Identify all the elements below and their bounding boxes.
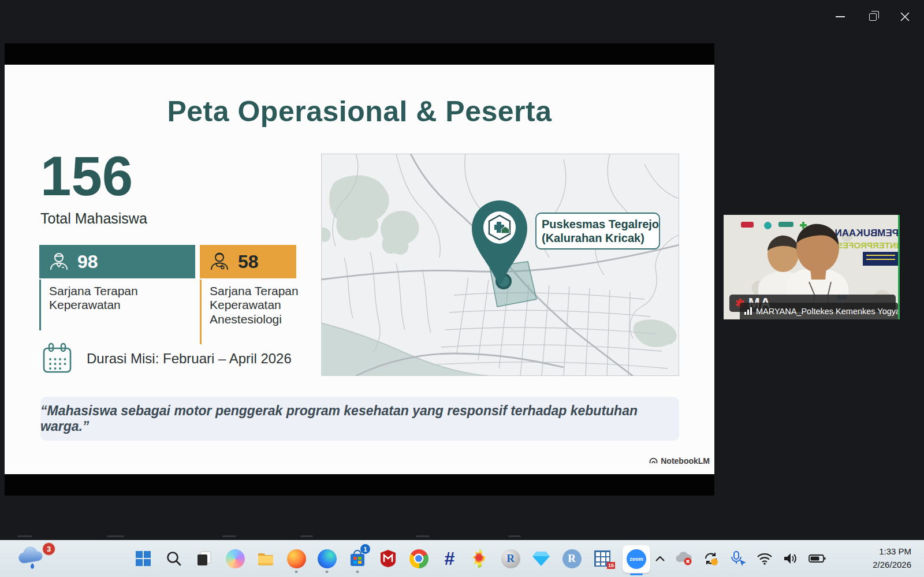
edge-button[interactable] [315, 544, 338, 574]
running-indicator [356, 571, 359, 573]
taskbar-app-icons: 1 # [132, 544, 651, 574]
duration-text: Durasi Misi: Februari – April 2026 [87, 351, 292, 367]
map-pin-label: Puskesmas Tegalrejo (Kalurahan Kricak) [536, 213, 660, 249]
rstudio-button[interactable]: R [499, 544, 522, 574]
firefox-button[interactable] [285, 544, 308, 574]
r-circle-app-button[interactable]: R [560, 544, 583, 574]
doctor-icon [208, 250, 231, 273]
system-tray [655, 540, 826, 577]
microphone-location-icon[interactable] [729, 550, 747, 567]
copilot-icon [226, 549, 245, 568]
cutoff-artifact [416, 535, 430, 537]
zoom-meeting-window: Peta Operasional & Peserta 156 Total Mah… [0, 0, 924, 577]
task-view-icon [196, 550, 213, 567]
quote-text: “Mahasiswa sebagai motor penggerak progr… [40, 403, 679, 434]
attribution-text: NotebookLM [661, 456, 710, 466]
program-stat-value: 98 [77, 251, 98, 273]
slide-title: Peta Operasional & Peserta [5, 95, 714, 128]
nurse-icon [47, 250, 70, 273]
close-button[interactable] [892, 5, 918, 29]
gis-heatmap-icon [471, 549, 489, 568]
total-students-value: 156 [40, 144, 133, 208]
calendar-grid-app-button[interactable]: 15 [591, 544, 614, 574]
zoom-app-tile: zoom [623, 545, 650, 573]
search-button[interactable] [162, 544, 185, 574]
participant-name-plate: MARYANA_Poltekes Kemenkes Yogyakarta [740, 303, 898, 319]
zoom-app-button[interactable]: zoom [621, 544, 651, 574]
program-stat-nursing: 98 [39, 245, 195, 278]
operational-map: Puskesmas Tegalrejo (Kalurahan Kricak) [321, 154, 679, 376]
program-label-nursing: Sarjana Terapan Keperawatan [39, 280, 194, 330]
taskbar-clock[interactable]: 1:33 PM 2/26/2026 [873, 545, 911, 572]
running-indicator [295, 571, 298, 573]
active-app-indicator [630, 574, 643, 575]
calendar-icon [40, 342, 74, 375]
program-label-anesthesiology: Sarjana Terapan Keperawatan Anestesiolog… [200, 280, 301, 344]
restore-button[interactable] [859, 5, 886, 29]
chrome-icon [409, 549, 429, 568]
shared-screen-frame: Peta Operasional & Peserta 156 Total Mah… [5, 43, 714, 496]
h-app-icon: # [444, 548, 454, 569]
copilot-button[interactable] [223, 544, 247, 574]
wifi-icon[interactable] [757, 552, 773, 565]
map-label-line2: (Kalurahan Kricak) [542, 232, 644, 244]
mcafee-shield-icon [380, 549, 396, 568]
h-app-button[interactable]: # [438, 544, 461, 574]
presentation-slide: Peta Operasional & Peserta 156 Total Mah… [5, 65, 714, 474]
notebooklm-attribution: NotebookLM [649, 456, 710, 466]
chrome-button[interactable] [407, 544, 430, 574]
rstudio-icon: R [501, 549, 520, 568]
tray-chevron-icon[interactable] [655, 555, 665, 562]
edge-icon [318, 549, 337, 568]
participant-video-tile[interactable]: PEMBUKAAN PRA INTERPROFESSION ✱ [724, 215, 900, 319]
store-badge: 1 [360, 544, 370, 554]
start-button[interactable] [132, 544, 155, 574]
zoom-icon: zoom [627, 549, 646, 569]
firefox-icon [287, 549, 306, 568]
total-students-label: Total Mahasiswa [40, 210, 147, 227]
cutoff-artifact [300, 535, 313, 537]
participant-name: MARYANA_Poltekes Kemenkes Yogyakarta [756, 307, 900, 316]
clock-time: 1:33 PM [873, 545, 911, 558]
program-stat-value: 58 [238, 251, 259, 273]
cutoff-artifact [508, 535, 521, 537]
program-stat-anesthesiology: 58 [200, 245, 296, 278]
running-indicator [326, 571, 329, 573]
cutoff-artifact [222, 535, 236, 537]
cutoff-artifact [107, 535, 124, 537]
minimize-icon [836, 16, 845, 17]
minimize-button[interactable] [827, 5, 854, 29]
weather-badge: 3 [42, 542, 55, 556]
search-icon [166, 550, 182, 567]
restore-icon [869, 13, 877, 21]
notebooklm-icon [649, 457, 658, 466]
battery-icon[interactable] [808, 554, 826, 563]
windows-start-icon [135, 550, 152, 567]
speaker-icon[interactable] [783, 552, 799, 565]
gem-app-button[interactable] [530, 544, 553, 574]
calendar-badge: 15 [607, 562, 615, 569]
cutoff-artifact [17, 535, 32, 537]
weather-widget[interactable]: 3 [16, 544, 57, 574]
diamond-icon [532, 550, 550, 567]
signal-bars-icon [744, 307, 752, 315]
sync-icon[interactable] [702, 550, 720, 567]
windows-taskbar: 3 [0, 540, 924, 577]
file-explorer-icon [256, 549, 275, 568]
mission-duration: Durasi Misi: Februari – April 2026 [40, 342, 292, 375]
task-view-button[interactable] [193, 544, 216, 574]
mcafee-button[interactable] [377, 544, 400, 574]
map-label-line1: Puskesmas Tegalrejo [542, 218, 659, 230]
active-speaker-border [898, 215, 900, 319]
clock-date: 2/26/2026 [873, 558, 911, 571]
gis-app-button[interactable] [468, 544, 491, 574]
file-explorer-button[interactable] [254, 544, 277, 574]
microsoft-store-button[interactable]: 1 [346, 544, 369, 574]
map-graphic: Puskesmas Tegalrejo (Kalurahan Kricak) [321, 154, 679, 376]
quote-box: “Mahasiswa sebagai motor penggerak progr… [40, 397, 679, 441]
r-circle-icon: R [562, 549, 582, 568]
onedrive-error-icon[interactable] [675, 552, 692, 565]
close-icon [900, 12, 910, 22]
